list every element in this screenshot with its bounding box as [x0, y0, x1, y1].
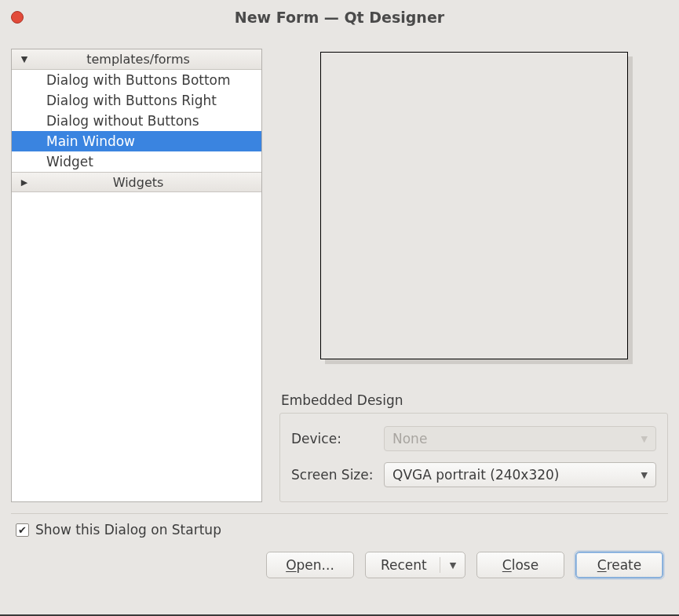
tree-group-label: Widgets: [37, 175, 261, 190]
open-button[interactable]: Open...: [266, 552, 354, 578]
show-on-startup-checkbox[interactable]: ✔: [16, 523, 29, 537]
recent-button-label: Recent: [381, 557, 427, 573]
device-label: Device:: [291, 431, 376, 447]
chevron-down-icon: ▼: [641, 434, 648, 444]
show-on-startup-label: Show this Dialog on Startup: [35, 522, 221, 538]
tree-group-widgets[interactable]: ▶ Widgets: [12, 172, 261, 192]
chevron-down-icon: ▼: [450, 560, 456, 570]
create-button[interactable]: Create: [575, 552, 663, 578]
content-area: ▼ templates/forms Dialog with Buttons Bo…: [0, 35, 679, 502]
screen-size-row: Screen Size: QVGA portrait (240x320) ▼: [291, 459, 656, 490]
preview-canvas: [320, 52, 628, 359]
tree-item-widget[interactable]: Widget: [12, 151, 261, 172]
tree-item-dialog-buttons-bottom[interactable]: Dialog with Buttons Bottom: [12, 70, 261, 90]
tree-group-templates-forms[interactable]: ▼ templates/forms: [12, 49, 261, 70]
screen-size-value: QVGA portrait (240x320): [392, 467, 559, 483]
new-form-dialog: New Form — Qt Designer ▼ templates/forms…: [0, 0, 679, 616]
tree-item-dialog-buttons-right[interactable]: Dialog with Buttons Right: [12, 90, 261, 111]
recent-button[interactable]: Recent ▼: [365, 552, 465, 578]
right-column: Embedded Design Device: None ▼ Screen Si…: [279, 49, 668, 502]
template-tree[interactable]: ▼ templates/forms Dialog with Buttons Bo…: [11, 49, 262, 502]
device-value: None: [392, 431, 427, 447]
screen-size-label: Screen Size:: [291, 467, 376, 483]
form-preview: [320, 52, 628, 359]
chevron-down-icon: ▼: [641, 470, 648, 480]
bottom-area: ✔ Show this Dialog on Startup Open... Re…: [0, 514, 679, 591]
embedded-design-label: Embedded Design: [281, 392, 668, 408]
device-row: Device: None ▼: [291, 423, 656, 454]
device-combo: None ▼: [384, 426, 656, 451]
close-icon[interactable]: [11, 11, 24, 24]
close-button-label: Close: [502, 557, 538, 573]
button-divider: [440, 557, 440, 573]
open-button-label: Open...: [286, 557, 334, 573]
titlebar: New Form — Qt Designer: [0, 0, 679, 35]
tree-item-dialog-without-buttons[interactable]: Dialog without Buttons: [12, 111, 261, 131]
screen-size-combo[interactable]: QVGA portrait (240x320) ▼: [384, 462, 656, 487]
embedded-design-group: Device: None ▼ Screen Size: QVGA portrai…: [279, 413, 668, 502]
tree-item-main-window[interactable]: Main Window: [12, 131, 261, 151]
button-row: Open... Recent ▼ Close Create: [16, 552, 663, 578]
create-button-label: Create: [597, 557, 642, 573]
tree-group-items: Dialog with Buttons Bottom Dialog with B…: [12, 70, 261, 172]
chevron-right-icon: ▶: [12, 177, 37, 188]
close-button[interactable]: Close: [476, 552, 564, 578]
window-title: New Form — Qt Designer: [0, 9, 679, 26]
preview-area: [279, 49, 668, 378]
tree-group-label: templates/forms: [37, 52, 261, 67]
chevron-down-icon: ▼: [12, 54, 37, 64]
startup-row: ✔ Show this Dialog on Startup: [16, 522, 663, 538]
